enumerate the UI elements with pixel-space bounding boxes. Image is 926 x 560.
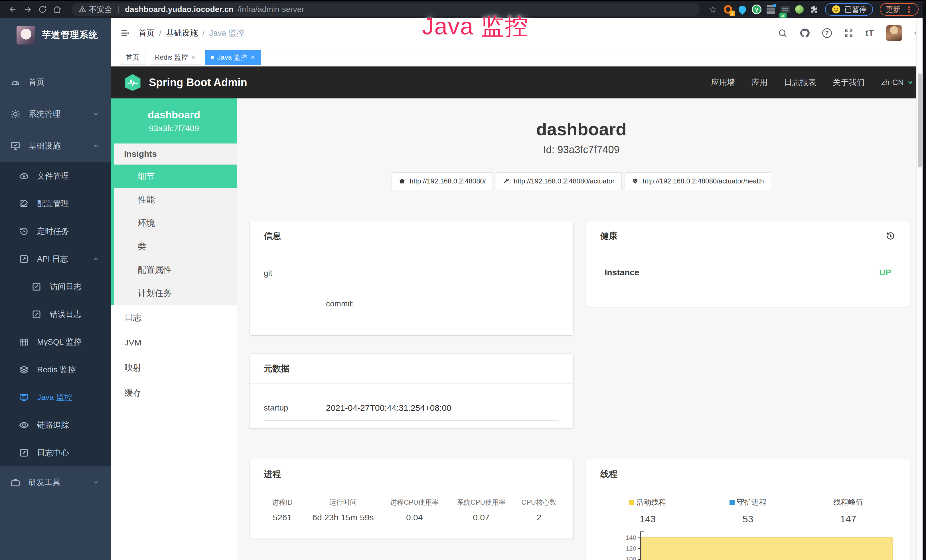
github-icon[interactable] [799,28,810,38]
hamburger-icon[interactable] [120,28,130,38]
paused-label: 已暂停 [844,5,867,15]
close-icon[interactable]: × [251,53,255,61]
sidebar-item-home[interactable]: 首页 [0,66,111,98]
sidebar-item-access-log[interactable]: 访问日志 [0,273,111,300]
sidebar-item-label: MySQL 监控 [37,337,82,348]
sidebar-item-redis-monitor[interactable]: Redis 监控 [0,356,111,383]
instance-panel[interactable]: dashboard 93a3fc7f7409 [111,98,237,144]
threads-card-body: 活动线程 143 守护进程 53 线程峰值 147 140 120 100 [586,489,910,560]
sba-nav-applications[interactable]: 应用 [752,77,768,88]
table-header-row: 进程ID 运行时间 进程CPU使用率 系统CPU使用率 CPU核心数 [260,498,563,513]
close-icon[interactable]: × [191,53,195,61]
sba-nav-language[interactable]: zh-CN [881,78,914,87]
browser-update-button[interactable]: 更新 ⋮ [880,3,918,16]
sidebar-item-error-log[interactable]: 错误日志 [0,300,111,328]
extension-onetab-icon[interactable]: on [780,4,790,15]
sidebar-item-java-monitor[interactable]: Java 监控 [0,383,111,411]
search-icon[interactable] [778,28,787,38]
y-axis-tick: 140 [626,534,636,542]
instance-id: 93a3fc7f7409 [149,124,199,133]
breadcrumb-infrastructure[interactable]: 基础设施 [166,28,198,38]
browser-back-icon[interactable] [8,4,18,15]
sidebar-item-label: 日志中心 [37,447,69,458]
url-bar[interactable]: 不安全 dashboard.yudao.iocoder.cn/infra/adm… [71,3,700,16]
bookmark-star-icon[interactable]: ☆ [709,4,717,15]
sba-logo-icon [123,73,142,92]
browser-home-icon[interactable] [52,4,63,15]
extension-grid-icon[interactable] [766,4,776,15]
extension-pin-icon[interactable] [737,4,747,15]
threads-card: 线程 活动线程 143 守护进程 53 线程峰值 147 140 120 [586,459,910,560]
fullscreen-icon[interactable] [844,28,853,38]
text-size-icon[interactable]: tT [865,28,874,38]
sidebar-item-system-management[interactable]: 系统管理 [0,98,111,130]
sba-brand[interactable]: Spring Boot Admin [123,73,247,92]
scrollbar-thumb[interactable] [918,73,922,168]
annotation-java-monitor: Java 监控 [422,11,529,42]
sidebar-item-dev-tools[interactable]: 研发工具 [0,466,111,498]
history-icon[interactable] [885,231,896,241]
sba-nav-about[interactable]: 关于我们 [833,77,865,88]
sba-menu-scheduled[interactable]: 计划任务 [114,282,237,305]
sidebar-item-label: 研发工具 [29,477,61,488]
health-link[interactable]: http://192.168.0.2:48080/actuator/health [625,172,771,190]
metadata-card-header: 元数据 [250,354,573,384]
sidebar-item-label: 定时任务 [37,226,69,237]
process-card-header: 进程 [250,459,573,489]
page-scrollbar[interactable] [916,18,923,560]
browser-menu-icon[interactable]: ⋮ [905,5,913,14]
browser-forward-icon[interactable] [22,4,33,15]
col-header: 系统CPU使用率 [448,498,514,513]
extension-leaf-icon[interactable] [794,4,805,15]
sidebar-item-trace[interactable]: 链路追踪 [0,411,111,439]
instance-home-link[interactable]: http://192.168.0.2:48080/ [392,172,493,190]
health-card: 健康 Instance UP [586,221,910,307]
extensions-puzzle-icon[interactable] [808,4,819,15]
sidebar-item-api-logs[interactable]: API 日志 [0,245,111,273]
sba-menu-jvm[interactable]: JVM [111,330,237,355]
sba-menu-logs[interactable]: 日志 [111,305,237,330]
user-avatar[interactable] [886,25,902,41]
paused-extension-pill[interactable]: 已暂停 [825,3,873,16]
sidebar-item-label: 基础设施 [29,141,61,151]
tab-redis-monitor[interactable]: Redis 监控 × [149,50,201,65]
sidebar-item-label: 配置管理 [37,198,69,209]
sba-menu-mappings[interactable]: 映射 [111,355,237,380]
live-threads-value: 143 [598,513,698,525]
sidebar-item-label: Java 监控 [37,392,72,403]
actuator-link[interactable]: http://192.168.0.2:48080/actuator [496,172,622,190]
browser-reload-icon[interactable] [37,4,48,15]
help-icon[interactable]: ? [822,28,832,38]
col-header: 运行时间 [305,498,381,513]
status-badge: UP [879,268,891,277]
sba-main-content: dashboard Id: 93a3fc7f7409 http://192.16… [237,98,926,560]
sba-menu-config-props[interactable]: 配置属性 [114,258,237,282]
sba-menu-environment[interactable]: 环境 [114,211,237,235]
extension-y-icon[interactable]: y [752,4,762,15]
sba-menu-classes[interactable]: 类 [114,235,237,258]
sidebar-item-infrastructure[interactable]: 基础设施 [0,130,111,162]
sidebar-item-file-management[interactable]: 文件管理 [0,162,111,190]
threads-legend: 活动线程 143 守护进程 53 线程峰值 147 [598,497,898,525]
sidebar-submenu-infrastructure: 文件管理 配置管理 定时任务 API 日志 访问日志 错误日志 [0,162,111,466]
security-warning-icon[interactable]: 不安全 [79,4,112,15]
sidebar-item-scheduled-tasks[interactable]: 定时任务 [0,217,111,245]
sidebar-item-mysql-monitor[interactable]: MySQL 监控 [0,328,111,356]
sidebar-item-config-management[interactable]: 配置管理 [0,190,111,217]
sba-nav-wallboard[interactable]: 应用墙 [711,77,735,88]
extension-orange-icon[interactable]: 1 [723,4,733,15]
breadcrumb-home[interactable]: 首页 [139,28,154,38]
eye-icon [19,420,29,430]
tab-home[interactable]: 首页 [120,50,145,65]
cpu-cores-value: 2 [515,513,563,522]
history-icon [19,226,29,236]
sba-menu-caches[interactable]: 缓存 [111,380,237,406]
sba-menu-details[interactable]: 细节 [114,165,237,188]
edit-square-icon [19,448,29,458]
sidebar-item-label: 链路追踪 [37,420,69,430]
sba-nav-journal[interactable]: 日志报表 [784,77,816,88]
sba-menu-performance[interactable]: 性能 [114,188,237,211]
info-card-header: 信息 [250,221,573,251]
tab-java-monitor[interactable]: Java 监控 × [205,50,261,65]
sidebar-item-log-center[interactable]: 日志中心 [0,439,111,466]
